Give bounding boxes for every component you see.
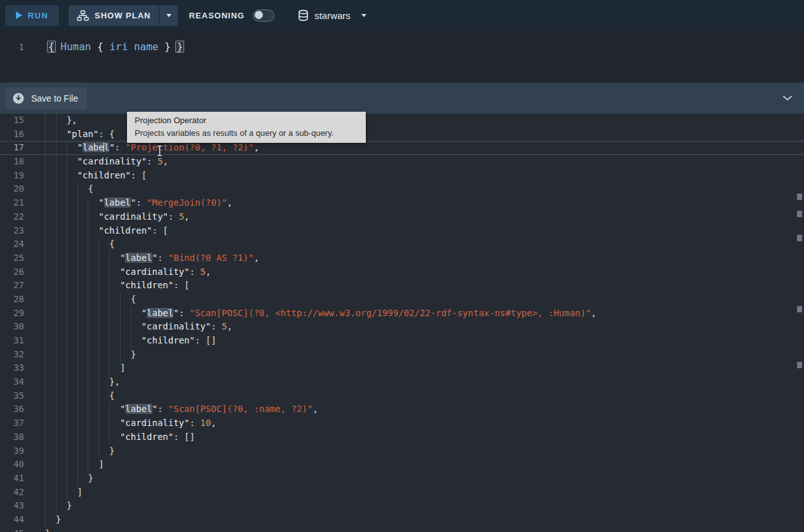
line-content: "label": "Projection(?0, ?1, ?2)", — [32, 141, 259, 155]
code-token: : — [189, 418, 200, 428]
line-number: 15 — [0, 114, 32, 128]
code-token: " — [152, 253, 157, 263]
code-token: , — [206, 267, 211, 277]
indent-guide — [56, 141, 67, 155]
toggle-knob — [255, 11, 263, 19]
line-number: 40 — [0, 458, 32, 472]
indent-guide — [56, 293, 67, 307]
code-token: : — [157, 253, 168, 263]
code-line[interactable]: 37"cardinality": 10, — [0, 416, 804, 430]
panel-collapse-button[interactable] — [780, 93, 795, 104]
indent-guide — [56, 472, 67, 486]
indent-guide — [45, 210, 56, 224]
code-line[interactable]: 31"children": [] — [0, 334, 804, 348]
show-plan-dropdown-button[interactable] — [159, 5, 178, 26]
indent-guide — [67, 293, 77, 307]
dataset-selector[interactable]: starwars — [298, 10, 366, 22]
indent-guide — [56, 196, 67, 210]
code-token: 5 — [179, 211, 184, 222]
code-token: "cardinality" — [98, 211, 168, 222]
chevron-down-icon — [782, 95, 793, 102]
code-line[interactable]: 41} — [0, 472, 804, 486]
line-content: "label": "Bind(?0 AS ?1)", — [32, 251, 259, 265]
code-line[interactable]: 21"label": "MergeJoin(?0)", — [0, 196, 804, 210]
code-token: "cardinality" — [77, 156, 147, 166]
code-line[interactable]: 25"label": "Bind(?0 AS ?1)", — [0, 251, 804, 265]
line-content: { — [32, 389, 115, 403]
line-content: } — [32, 348, 136, 362]
line-number: 19 — [0, 169, 32, 183]
line-number: 44 — [0, 513, 32, 527]
code-token: label — [125, 253, 152, 263]
code-line[interactable]: 17"label": "Projection(?0, ?1, ?2)", — [0, 141, 804, 155]
indent-guide — [45, 430, 56, 444]
code-line[interactable]: 44} — [0, 513, 804, 527]
scrollbar[interactable] — [796, 114, 804, 532]
indent-guide — [120, 320, 131, 334]
indent-guide — [56, 265, 67, 279]
json-plan-view: 15},16"plan": {17"label": "Projection(?0… — [0, 114, 804, 532]
indent-guide — [88, 444, 98, 458]
show-plan-button[interactable]: SHOW PLAN — [69, 5, 159, 26]
code-line[interactable]: 35{ — [0, 389, 804, 403]
code-line[interactable]: 18"cardinality": 5, — [0, 155, 804, 169]
code-line[interactable]: 22"cardinality": 5, — [0, 210, 804, 224]
indent-guide — [77, 416, 88, 430]
code-line[interactable]: 38"children": [] — [0, 430, 804, 444]
code-token: { — [131, 294, 136, 304]
indent-guide — [56, 251, 67, 265]
indent-guide — [67, 237, 77, 251]
code-line[interactable]: 43} — [0, 499, 804, 513]
indent-guide — [88, 334, 98, 348]
code-line[interactable]: 29"label": "Scan[POSC](?0, <http://www.w… — [0, 307, 804, 321]
code-token: , — [254, 253, 259, 263]
indent-guide — [77, 307, 88, 321]
code-token — [104, 41, 110, 53]
indent-guide — [45, 279, 56, 293]
code-line[interactable]: 30"cardinality": 5, — [0, 320, 804, 334]
indent-guide — [56, 458, 67, 472]
indent-guide — [120, 307, 131, 321]
indent-guide — [77, 210, 88, 224]
indent-guide — [67, 196, 77, 210]
indent-guide — [67, 141, 77, 155]
query-code-line[interactable]: { Human { iri name } } — [32, 30, 804, 83]
indent-guide — [109, 279, 120, 293]
code-line[interactable]: 40] — [0, 458, 804, 472]
code-line[interactable]: 19"children": [ — [0, 169, 804, 183]
code-line[interactable]: 26"cardinality": 5, — [0, 265, 804, 279]
save-to-file-button[interactable]: Save to File — [6, 88, 87, 109]
plan-tree-icon — [77, 10, 89, 21]
code-line[interactable]: 33] — [0, 361, 804, 375]
code-line[interactable]: 39} — [0, 444, 804, 458]
code-line[interactable]: 36"label": "Scan[PSOC](?0, :name, ?2)", — [0, 402, 804, 416]
code-line[interactable]: 45} — [0, 527, 804, 532]
indent-guide — [67, 169, 77, 183]
code-line[interactable]: 28{ — [0, 293, 804, 307]
indent-guide — [98, 293, 109, 307]
code-line[interactable]: 23"children": [ — [0, 224, 804, 238]
code-token — [158, 41, 164, 53]
code-line[interactable]: 34}, — [0, 375, 804, 389]
code-line[interactable]: 24{ — [0, 237, 804, 251]
indent-guide — [45, 375, 56, 389]
code-line[interactable]: 42] — [0, 486, 804, 500]
code-line[interactable]: 20{ — [0, 182, 804, 196]
indent-guide — [77, 182, 88, 196]
indent-guide — [67, 389, 77, 403]
reasoning-toggle[interactable] — [253, 10, 274, 22]
indent-guide — [67, 265, 77, 279]
code-line[interactable]: 15}, — [0, 114, 804, 128]
code-token: : [] — [173, 432, 195, 442]
code-line[interactable]: 32} — [0, 348, 804, 362]
indent-guide — [98, 375, 109, 389]
code-line[interactable]: 16"plan": { — [0, 128, 804, 142]
line-number: 38 — [0, 430, 32, 444]
line-number: 41 — [0, 472, 32, 486]
indent-guide — [88, 224, 98, 238]
line-content: } — [32, 444, 115, 458]
code-line[interactable]: 27"children": [ — [0, 279, 804, 293]
run-button[interactable]: RUN — [5, 5, 59, 26]
line-number: 36 — [0, 402, 32, 416]
code-token: , — [211, 418, 216, 428]
